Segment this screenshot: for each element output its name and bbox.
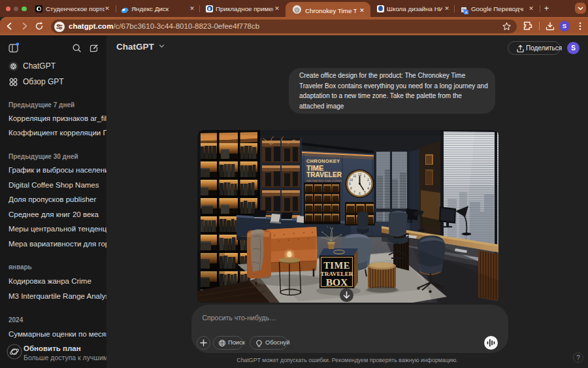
svg-text:A: A: [465, 10, 467, 14]
